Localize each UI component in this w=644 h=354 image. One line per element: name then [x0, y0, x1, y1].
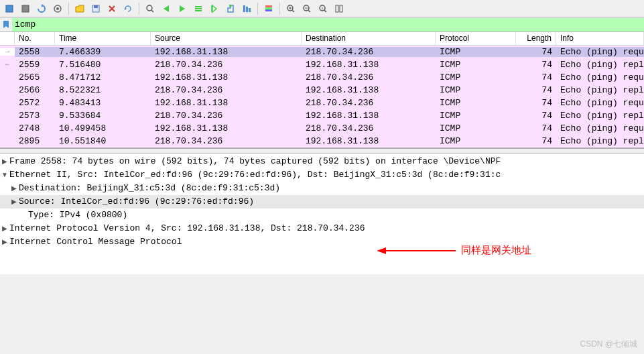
packet-row[interactable]: 25658.471712192.168.31.138218.70.34.236I…: [0, 71, 644, 84]
column-header-destination[interactable]: Destination: [302, 32, 436, 45]
expand-icon[interactable]: ▶: [0, 222, 9, 235]
cell-source: 218.70.34.236: [151, 85, 302, 95]
packet-row[interactable]: 25739.533684218.70.34.236192.168.31.138I…: [0, 109, 644, 122]
cell-info: Echo (ping) repl: [556, 136, 644, 146]
cell-no: 2573: [15, 111, 55, 121]
svg-rect-24: [265, 5, 272, 7]
reload-button[interactable]: [121, 2, 135, 15]
svg-line-33: [308, 10, 310, 12]
auto-scroll-button[interactable]: [240, 2, 253, 15]
cell-info: Echo (ping) requ: [556, 72, 644, 82]
tree-item-eth-source[interactable]: ▶ Source: IntelCor_ed:fd:96 (9c:29:76:ed…: [0, 195, 644, 209]
cell-length: 74: [516, 72, 556, 82]
zoom-in-button[interactable]: [284, 2, 298, 15]
tree-item-ethernet[interactable]: ▼ Ethernet II, Src: IntelCor_ed:fd:96 (9…: [0, 168, 644, 182]
toolbar-separator: [139, 3, 139, 15]
svg-rect-22: [246, 7, 248, 12]
zoom-reset-button[interactable]: 1: [316, 2, 330, 15]
column-header-length[interactable]: Length: [516, 32, 556, 45]
column-header-protocol[interactable]: Protocol: [436, 32, 516, 45]
cell-destination: 192.168.31.138: [302, 111, 436, 121]
cell-no: 2558: [15, 47, 55, 57]
column-header-info[interactable]: Info: [556, 32, 644, 45]
cell-source: 192.168.31.138: [151, 72, 302, 82]
tree-item-frame[interactable]: ▶ Frame 2558: 74 bytes on wire (592 bits…: [0, 155, 644, 168]
cell-destination: 192.168.31.138: [302, 136, 436, 146]
start-capture-button[interactable]: [3, 2, 16, 15]
packet-list-body: →25587.466339192.168.31.138218.70.34.236…: [0, 46, 644, 148]
stop-capture-button[interactable]: [19, 2, 32, 15]
cell-time: 7.466339: [55, 47, 151, 57]
bookmark-icon[interactable]: [0, 18, 12, 32]
go-last-button[interactable]: [224, 2, 237, 15]
cell-protocol: ICMP: [436, 136, 516, 146]
cell-length: 74: [516, 85, 556, 95]
svg-rect-15: [195, 8, 202, 9]
cell-source: 218.70.34.236: [151, 111, 302, 121]
svg-rect-1: [22, 5, 29, 12]
colorize-button[interactable]: [262, 2, 275, 15]
options-button[interactable]: [51, 2, 64, 15]
expand-icon[interactable]: ▶: [0, 235, 9, 249]
tree-item-ipv4[interactable]: ▶ Internet Protocol Version 4, Src: 192.…: [0, 222, 644, 235]
packet-list-pane: No. Time Source Destination Protocol Len…: [0, 32, 644, 148]
packet-row[interactable]: 25729.483413192.168.31.138218.70.34.236I…: [0, 97, 644, 109]
cell-no: 2559: [15, 60, 55, 70]
svg-marker-12: [164, 5, 169, 12]
svg-rect-21: [243, 5, 245, 12]
display-filter-bar: [0, 17, 644, 32]
packet-row[interactable]: →25587.466339192.168.31.138218.70.34.236…: [0, 46, 644, 58]
cell-info: Echo (ping) repl: [556, 111, 644, 121]
expand-icon[interactable]: ▶: [9, 195, 19, 209]
cell-length: 74: [516, 111, 556, 121]
cell-destination: 218.70.34.236: [302, 123, 436, 133]
cell-no: 2565: [15, 72, 55, 82]
column-header-source[interactable]: Source: [151, 32, 302, 45]
expand-icon[interactable]: ▶: [9, 182, 19, 195]
cell-time: 8.471712: [55, 72, 151, 82]
packet-details-pane: ▶ Frame 2558: 74 bytes on wire (592 bits…: [0, 154, 644, 274]
cell-info: Echo (ping) requ: [556, 98, 644, 108]
tree-item-eth-destination[interactable]: ▶ Destination: BeijingX_31:c5:3d (8c:de:…: [0, 182, 644, 195]
find-button[interactable]: [143, 2, 157, 15]
go-to-packet-button[interactable]: [192, 2, 205, 15]
ipv4-summary: Internet Protocol Version 4, Src: 192.16…: [9, 222, 644, 235]
restart-capture-button[interactable]: [35, 2, 48, 15]
packet-row[interactable]: 25668.522321218.70.34.236192.168.31.138I…: [0, 84, 644, 97]
resize-columns-button[interactable]: [332, 2, 346, 15]
cell-time: 8.522321: [55, 85, 151, 95]
collapse-icon[interactable]: ▼: [0, 168, 9, 182]
packet-row[interactable]: 274810.499458192.168.31.138218.70.34.236…: [0, 122, 644, 135]
column-header-no[interactable]: No.: [15, 32, 55, 45]
go-back-button[interactable]: [159, 2, 173, 15]
svg-line-11: [151, 10, 153, 12]
close-file-button[interactable]: [105, 2, 119, 15]
packet-list-header: No. Time Source Destination Protocol Len…: [0, 32, 644, 46]
cell-time: 10.499458: [55, 123, 151, 133]
tree-item-icmp[interactable]: ▶ Internet Control Message Protocol: [0, 235, 644, 249]
zoom-out-button[interactable]: [300, 2, 314, 15]
go-forward-button[interactable]: [176, 2, 189, 15]
svg-text:1: 1: [321, 6, 324, 10]
svg-rect-26: [265, 9, 272, 11]
save-file-button[interactable]: [89, 2, 103, 15]
tree-item-eth-type[interactable]: Type: IPv4 (0x0800): [0, 209, 644, 222]
cell-protocol: ICMP: [436, 98, 516, 108]
related-packet-icon: ←: [5, 61, 9, 68]
cell-destination: 192.168.31.138: [302, 60, 436, 70]
expand-icon[interactable]: ▶: [0, 155, 9, 168]
go-first-button[interactable]: [208, 2, 221, 15]
frame-summary: Frame 2558: 74 bytes on wire (592 bits),…: [9, 155, 644, 168]
cell-destination: 218.70.34.236: [302, 98, 436, 108]
display-filter-input[interactable]: [12, 18, 644, 32]
cell-info: Echo (ping) repl: [556, 60, 644, 70]
cell-protocol: ICMP: [436, 123, 516, 133]
cell-protocol: ICMP: [436, 47, 516, 57]
svg-rect-6: [94, 5, 98, 8]
open-file-button[interactable]: [73, 2, 86, 15]
packet-row[interactable]: 289510.551840218.70.34.236192.168.31.138…: [0, 135, 644, 148]
pane-splitter[interactable]: [0, 148, 644, 154]
packet-row[interactable]: ←25597.516480218.70.34.236192.168.31.138…: [0, 58, 644, 71]
column-header-time[interactable]: Time: [55, 32, 151, 45]
cell-time: 9.533684: [55, 111, 151, 121]
